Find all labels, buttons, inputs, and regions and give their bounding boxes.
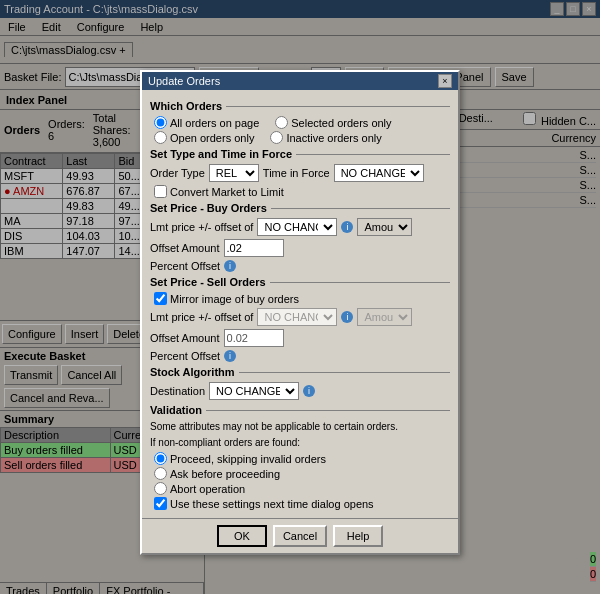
radio-abort[interactable]: Abort operation	[154, 482, 245, 495]
stock-algo-header: Stock Algorithm	[150, 366, 450, 378]
buy-offset-input[interactable]	[224, 239, 284, 257]
which-orders-row1: All orders on page Selected orders only	[154, 116, 450, 129]
buy-percent-label: Percent Offset	[150, 260, 220, 272]
radio-inactive-label: Inactive orders only	[286, 132, 381, 144]
order-type-row: Order Type REL LMT MKT Time in Force NO …	[150, 164, 450, 182]
use-settings-checkbox[interactable]	[154, 497, 167, 510]
buy-orders-label: Set Price - Buy Orders	[150, 202, 267, 214]
update-orders-dialog: Update Orders × Which Orders All orders …	[140, 70, 460, 555]
sell-amount-select[interactable]: Amount	[357, 308, 412, 326]
sell-info-icon[interactable]: i	[341, 311, 353, 323]
modal-footer: OK Cancel Help	[142, 518, 458, 553]
radio-all-label: All orders on page	[170, 117, 259, 129]
validation-label: Validation	[150, 404, 202, 416]
which-orders-row2: Open orders only Inactive orders only	[154, 131, 450, 144]
section-divider	[270, 282, 450, 283]
convert-market-row: Convert Market to Limit	[154, 185, 450, 198]
radio-ask[interactable]: Ask before proceeding	[154, 467, 280, 480]
modal-close-button[interactable]: ×	[438, 74, 452, 88]
sell-orders-header: Set Price - Sell Orders	[150, 276, 450, 288]
sell-lmt-row: Lmt price +/- offset of NO CHANGE + - i …	[150, 308, 450, 326]
dest-row: Destination NO CHANGE i	[150, 382, 450, 400]
modal-overlay: Update Orders × Which Orders All orders …	[0, 0, 600, 594]
validation-abort-row: Abort operation	[154, 482, 450, 495]
help-button[interactable]: Help	[333, 525, 383, 547]
ask-label: Ask before proceeding	[170, 468, 280, 480]
buy-lmt-row: Lmt price +/- offset of NO CHANGE + - i …	[150, 218, 450, 236]
order-type-select[interactable]: REL LMT MKT	[209, 164, 259, 182]
use-settings-label: Use these settings next time dialog open…	[170, 498, 374, 510]
sell-percent-row: Percent Offset i	[150, 350, 450, 362]
buy-info-icon[interactable]: i	[341, 221, 353, 233]
set-time-header: Set Type and Time in Force	[150, 148, 450, 160]
use-settings-row: Use these settings next time dialog open…	[154, 497, 450, 510]
modal-body: Which Orders All orders on page Selected…	[142, 90, 458, 518]
radio-selected-label: Selected orders only	[291, 117, 391, 129]
convert-checkbox[interactable]	[154, 185, 167, 198]
buy-amount-select[interactable]: Amount	[357, 218, 412, 236]
validation-header: Validation	[150, 404, 450, 416]
modal-title: Update Orders	[148, 75, 220, 87]
validation-desc2: If non-compliant orders are found:	[150, 436, 450, 450]
sell-offset-label: Offset Amount	[150, 332, 220, 344]
sell-orders-label: Set Price - Sell Orders	[150, 276, 266, 288]
mirror-checkbox[interactable]	[154, 292, 167, 305]
radio-selected-orders[interactable]: Selected orders only	[275, 116, 391, 129]
radio-proceed[interactable]: Proceed, skipping invalid orders	[154, 452, 326, 465]
convert-label: Convert Market to Limit	[170, 186, 284, 198]
buy-orders-header: Set Price - Buy Orders	[150, 202, 450, 214]
cancel-button[interactable]: Cancel	[273, 525, 327, 547]
radio-all-orders[interactable]: All orders on page	[154, 116, 259, 129]
which-orders-label: Which Orders	[150, 100, 222, 112]
validation-desc1: Some attributes may not be applicable to…	[150, 420, 450, 434]
section-divider	[271, 208, 450, 209]
mirror-row: Mirror image of buy orders	[154, 292, 450, 305]
buy-offset-label: Offset Amount	[150, 242, 220, 254]
sell-lmt-select[interactable]: NO CHANGE + -	[257, 308, 337, 326]
section-divider	[296, 154, 450, 155]
buy-percent-row: Percent Offset i	[150, 260, 450, 272]
buy-lmt-label: Lmt price +/- offset of	[150, 221, 253, 233]
order-type-label: Order Type	[150, 167, 205, 179]
sell-offset-input[interactable]	[224, 329, 284, 347]
sell-percent-label: Percent Offset	[150, 350, 220, 362]
modal-title-bar: Update Orders ×	[142, 72, 458, 90]
validation-ask-row: Ask before proceeding	[154, 467, 450, 480]
proceed-label: Proceed, skipping invalid orders	[170, 453, 326, 465]
radio-open-orders[interactable]: Open orders only	[154, 131, 254, 144]
buy-lmt-select[interactable]: NO CHANGE + -	[257, 218, 337, 236]
section-divider	[239, 372, 450, 373]
sell-percent-info-icon[interactable]: i	[224, 350, 236, 362]
dest-info-icon[interactable]: i	[303, 385, 315, 397]
radio-open-label: Open orders only	[170, 132, 254, 144]
mirror-label: Mirror image of buy orders	[170, 293, 299, 305]
radio-inactive-orders[interactable]: Inactive orders only	[270, 131, 381, 144]
section-divider	[206, 410, 450, 411]
time-select[interactable]: NO CHANGE DAY GTC	[334, 164, 424, 182]
abort-label: Abort operation	[170, 483, 245, 495]
dest-label: Destination	[150, 385, 205, 397]
section-divider	[226, 106, 450, 107]
sell-lmt-label: Lmt price +/- offset of	[150, 311, 253, 323]
stock-algo-label: Stock Algorithm	[150, 366, 235, 378]
set-time-label: Set Type and Time in Force	[150, 148, 292, 160]
sell-offset-row: Offset Amount	[150, 329, 450, 347]
buy-offset-row: Offset Amount	[150, 239, 450, 257]
time-label: Time in Force	[263, 167, 330, 179]
ok-button[interactable]: OK	[217, 525, 267, 547]
buy-percent-info-icon[interactable]: i	[224, 260, 236, 272]
dest-select[interactable]: NO CHANGE	[209, 382, 299, 400]
which-orders-header: Which Orders	[150, 100, 450, 112]
validation-proceed-row: Proceed, skipping invalid orders	[154, 452, 450, 465]
